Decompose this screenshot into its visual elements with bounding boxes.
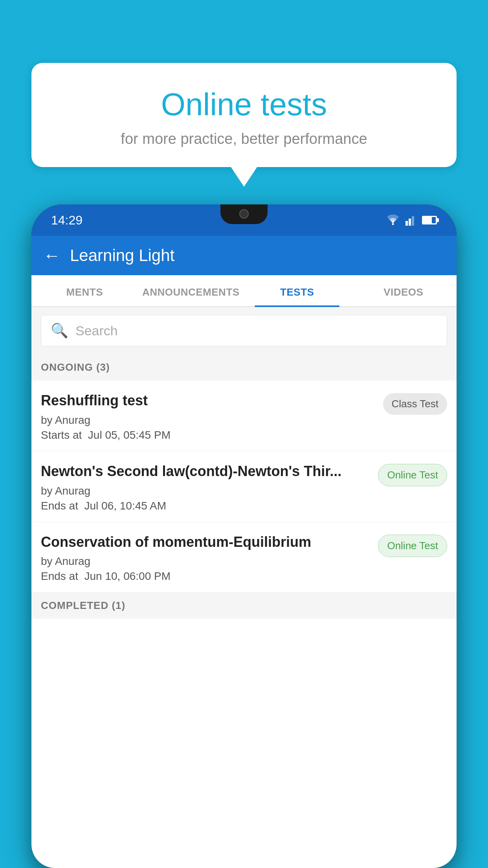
- search-container: 🔍 Search: [31, 307, 457, 354]
- app-bar-title: Learning Light: [70, 246, 174, 265]
- notch: [220, 204, 268, 224]
- test-item-1[interactable]: Reshuffling test by Anurag Starts at Jul…: [31, 381, 457, 451]
- search-placeholder: Search: [75, 323, 118, 338]
- test-item-2[interactable]: Newton's Second law(contd)-Newton's Thir…: [31, 451, 457, 522]
- phone-device: 14:29 ← Learning Light: [31, 204, 457, 868]
- status-bar: 14:29: [31, 204, 457, 236]
- signal-icon: [405, 215, 416, 226]
- tab-videos[interactable]: VIDEOS: [350, 275, 457, 306]
- status-time: 14:29: [51, 213, 83, 228]
- test-info-3: Conservation of momentum-Equilibrium by …: [41, 533, 372, 583]
- tabs-bar: MENTS ANNOUNCEMENTS TESTS VIDEOS: [31, 275, 457, 307]
- phone-screen: ← Learning Light MENTS ANNOUNCEMENTS TES…: [31, 236, 457, 868]
- app-bar: ← Learning Light: [31, 236, 457, 275]
- test-author-2: by Anurag: [41, 485, 372, 497]
- test-author-3: by Anurag: [41, 555, 372, 568]
- test-time-2: Ends at Jul 06, 10:45 AM: [41, 500, 372, 512]
- test-item-3[interactable]: Conservation of momentum-Equilibrium by …: [31, 522, 457, 593]
- svg-point-0: [392, 223, 394, 225]
- status-icons: [386, 215, 437, 226]
- test-info-2: Newton's Second law(contd)-Newton's Thir…: [41, 462, 372, 512]
- test-list: Reshuffling test by Anurag Starts at Jul…: [31, 381, 457, 592]
- tab-ments[interactable]: MENTS: [31, 275, 138, 306]
- ongoing-section-header: ONGOING (3): [31, 354, 457, 381]
- test-time-1: Starts at Jul 05, 05:45 PM: [41, 429, 377, 441]
- svg-rect-2: [409, 219, 411, 226]
- svg-rect-3: [412, 216, 414, 226]
- test-name-2: Newton's Second law(contd)-Newton's Thir…: [41, 462, 372, 481]
- bubble-subtitle: for more practice, better performance: [47, 131, 441, 147]
- front-camera: [239, 209, 249, 219]
- completed-section-header: COMPLETED (1): [31, 592, 457, 619]
- search-bar[interactable]: 🔍 Search: [41, 315, 447, 346]
- test-name-1: Reshuffling test: [41, 392, 377, 410]
- battery-icon: [422, 216, 437, 224]
- test-time-3: Ends at Jun 10, 06:00 PM: [41, 570, 372, 583]
- test-badge-1: Class Test: [383, 393, 447, 415]
- search-icon: 🔍: [51, 322, 68, 339]
- test-info-1: Reshuffling test by Anurag Starts at Jul…: [41, 392, 377, 441]
- tab-tests[interactable]: TESTS: [244, 275, 350, 306]
- test-badge-3: Online Test: [378, 535, 447, 557]
- speech-bubble: Online tests for more practice, better p…: [31, 63, 457, 167]
- bubble-title: Online tests: [47, 86, 441, 123]
- back-button[interactable]: ←: [43, 246, 61, 265]
- wifi-icon: [386, 215, 400, 226]
- test-author-1: by Anurag: [41, 414, 377, 427]
- svg-rect-1: [405, 221, 408, 226]
- test-badge-2: Online Test: [378, 464, 447, 486]
- test-name-3: Conservation of momentum-Equilibrium: [41, 533, 372, 552]
- tab-announcements[interactable]: ANNOUNCEMENTS: [138, 275, 244, 306]
